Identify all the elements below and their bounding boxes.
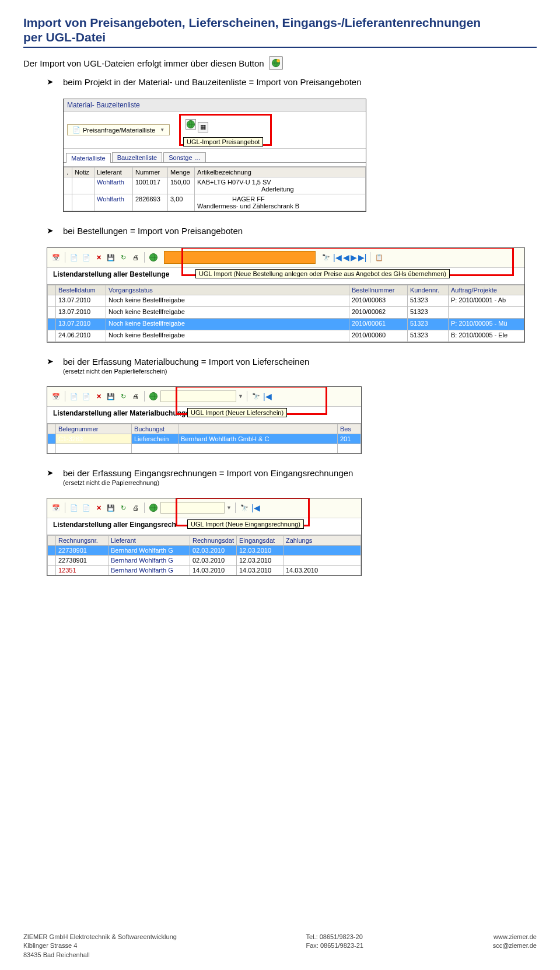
table-row[interactable]: Wohlfarth 1001017 150,00 KAB+LTG H07V-U …: [64, 177, 366, 194]
table-row[interactable]: 12351 Bernhard Wohlfarth G 14.03.2010 14…: [48, 565, 361, 575]
nav-prev-icon[interactable]: ◀: [343, 253, 349, 262]
globe-icon: [186, 120, 195, 129]
save-icon[interactable]: 💾: [106, 391, 116, 402]
col-menge[interactable]: Menge: [168, 167, 195, 177]
ugl-import-icon[interactable]: [186, 119, 196, 130]
grid-icon[interactable]: ▦: [198, 122, 208, 132]
col-bestell[interactable]: Bes: [338, 424, 361, 434]
ugl-import-icon[interactable]: [148, 252, 159, 263]
calendar-icon[interactable]: 📅: [51, 391, 61, 402]
ugl-import-button-icon[interactable]: [269, 56, 283, 70]
refresh-icon[interactable]: ↻: [118, 391, 128, 402]
tooltip-ugl-eingangsrechnung: UGL Import (Neue Eingangsrechnung): [187, 519, 304, 529]
new2-icon[interactable]: 📄: [81, 391, 92, 402]
col-belegnummer[interactable]: Belegnummer: [56, 424, 132, 434]
bullet-2: bei Bestellungen = Import von Preisangeb…: [47, 226, 537, 236]
col-lieferant[interactable]: Lieferant: [94, 167, 133, 177]
col-bestelldatum[interactable]: Bestelldatum: [56, 285, 106, 295]
bestellungen-table: Bestelldatum Vorgangsstatus Bestellnumme…: [47, 285, 524, 342]
new2-icon[interactable]: 📄: [81, 252, 92, 263]
table-row-selected[interactable]: 13.07.2010Noch keine Bestellfreigabe2010…: [48, 318, 524, 330]
delete-icon[interactable]: ✕: [93, 391, 104, 402]
nav-first-icon[interactable]: |◀: [263, 392, 272, 401]
search-input[interactable]: [160, 390, 236, 402]
binoculars-icon[interactable]: 🔭: [239, 503, 250, 513]
col-eingangsdatum[interactable]: Eingangsdat: [237, 535, 284, 545]
material-table: . Notiz Lieferant Nummer Menge Artikelbe…: [64, 167, 366, 211]
tab-materialliste[interactable]: Materialliste: [66, 153, 111, 163]
clipboard-icon[interactable]: 📋: [374, 252, 384, 263]
screenshot-material-bauzeitenliste: Material- Bauzeitenliste 📄 Preisanfrage/…: [63, 99, 366, 212]
search-input[interactable]: [160, 502, 225, 514]
col-buchungstyp[interactable]: Buchungst: [132, 424, 178, 434]
refresh-icon[interactable]: ↻: [118, 252, 128, 263]
preisanfrage-button[interactable]: 📄 Preisanfrage/Materialliste: [67, 124, 170, 135]
table-row[interactable]: [48, 444, 361, 453]
delete-icon[interactable]: ✕: [93, 503, 104, 513]
nav-first-icon[interactable]: |◀: [333, 253, 342, 262]
footer-tel: Tel.: 08651/9823-20: [306, 933, 363, 940]
nav-last-icon[interactable]: ▶|: [358, 253, 367, 262]
col-lieferant[interactable]: Lieferant: [108, 535, 190, 545]
delete-icon[interactable]: ✕: [93, 252, 104, 263]
tab-bauzeitenliste[interactable]: Bauzeitenliste: [112, 152, 163, 162]
search-field-highlight[interactable]: [164, 251, 316, 264]
new-icon[interactable]: 📄: [69, 252, 79, 263]
bullet-1: beim Projekt in der Material- und Bauzei…: [47, 77, 537, 87]
new-icon[interactable]: 📄: [69, 391, 79, 402]
calendar-icon[interactable]: 📅: [51, 252, 61, 263]
table-row[interactable]: 13.07.2010Noch keine Bestellfreigabe2010…: [48, 295, 524, 306]
title-line-2: per UGL-Datei: [23, 30, 106, 44]
save-icon[interactable]: 💾: [106, 252, 116, 263]
footer-street: Kiblinger Strasse 4: [23, 942, 77, 949]
footer-web: www.ziemer.de: [494, 933, 537, 940]
save-icon[interactable]: 💾: [106, 503, 116, 513]
col-notiz[interactable]: Notiz: [72, 167, 94, 177]
tooltip-ugl-preisangebot: UGL-Import Preisangebot: [183, 137, 263, 146]
col-kundennr[interactable]: Kundennr.: [408, 285, 449, 295]
col-bestellnummer[interactable]: Bestellnummer: [349, 285, 408, 295]
preisanfrage-label: Preisanfrage/Materialliste: [83, 127, 155, 134]
col-dot[interactable]: .: [64, 167, 72, 177]
table-row[interactable]: Wohlfarth 2826693 3,00 HAGER FFWandlerme…: [64, 194, 366, 211]
bullet-4-note: (ersetzt nicht die Papierrechnung): [63, 479, 537, 486]
list-title: Listendarstellung aller Eingangsrech: [50, 519, 180, 531]
nav-first-icon[interactable]: |◀: [251, 503, 260, 512]
list-title: Listendarstellung aller Bestellunge: [50, 269, 173, 281]
col-rechnungsdatum[interactable]: Rechnungsdat: [190, 535, 237, 545]
print-icon[interactable]: 🖨: [130, 391, 141, 402]
refresh-icon[interactable]: ↻: [118, 503, 128, 513]
window-title: Material- Bauzeitenliste: [64, 99, 366, 111]
col-zahlung[interactable]: Zahlungs: [284, 535, 361, 545]
new2-icon[interactable]: 📄: [81, 503, 92, 513]
screenshot-eingangsrechnungen: 📅 📄 📄 ✕ 💾 ↻ 🖨 ▼ 🔭 |◀ Listendarstellung a…: [47, 498, 362, 576]
table-row[interactable]: 24.06.2010Noch keine Bestellfreigabe2010…: [48, 330, 524, 341]
print-icon[interactable]: 🖨: [130, 252, 141, 263]
footer-fax: Fax: 08651/9823-21: [306, 942, 363, 949]
col-auftrag-projekte[interactable]: Auftrag/Projekte: [449, 285, 524, 295]
print-icon[interactable]: 🖨: [130, 503, 141, 513]
ugl-import-icon[interactable]: [148, 391, 159, 402]
ugl-import-icon[interactable]: [148, 503, 159, 513]
table-row[interactable]: 22738901 Bernhard Wohlfarth G 02.03.2010…: [48, 555, 361, 565]
page-footer: ZIEMER GmbH Elektrotechnik & Softwareent…: [23, 933, 537, 959]
calendar-icon[interactable]: 📅: [51, 503, 61, 513]
binoculars-icon[interactable]: 🔭: [321, 252, 331, 263]
tab-sonstige[interactable]: Sonstge …: [163, 152, 205, 162]
col-vorgangsstatus[interactable]: Vorgangsstatus: [106, 285, 349, 295]
col-rechnungsnr[interactable]: Rechnungsnr.: [56, 535, 108, 545]
footer-city: 83435 Bad Reichenhall: [23, 951, 90, 958]
globe-icon: [149, 392, 158, 401]
col-artikelbezeichnung[interactable]: Artikelbezeichnung: [195, 167, 366, 177]
intro-text: Der Import von UGL-Dateien erfolgt immer…: [23, 58, 264, 68]
col-lieferant[interactable]: [178, 424, 338, 434]
globe-icon: [149, 503, 158, 512]
col-nummer[interactable]: Nummer: [133, 167, 168, 177]
nav-next-icon[interactable]: ▶: [351, 253, 357, 262]
table-row-selected[interactable]: C1-3263 Lieferschein Bernhard Wohlfarth …: [48, 434, 361, 444]
new-icon[interactable]: 📄: [69, 503, 79, 513]
highlight-box: ▦ UGL-Import Preisangebot: [179, 114, 272, 146]
binoculars-icon[interactable]: 🔭: [251, 391, 261, 402]
table-row[interactable]: 13.07.2010Noch keine Bestellfreigabe2010…: [48, 306, 524, 318]
table-row-selected[interactable]: 22738901 Bernhard Wohlfarth G 02.03.2010…: [48, 545, 361, 555]
